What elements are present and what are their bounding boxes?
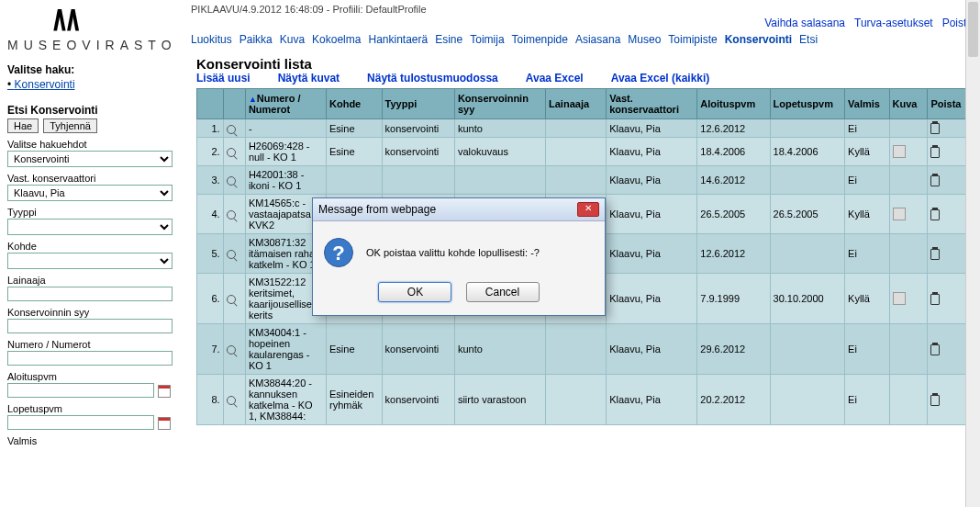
dialog-title: Message from webpage bbox=[318, 203, 436, 216]
dialog-text: OK poistaa valittu kohde lopullisesti: -… bbox=[366, 247, 540, 258]
confirm-dialog: Message from webpage ✕ ? OK poistaa vali… bbox=[312, 197, 606, 316]
ok-button[interactable]: OK bbox=[378, 282, 451, 302]
question-icon: ? bbox=[324, 238, 353, 267]
cancel-button[interactable]: Cancel bbox=[466, 282, 540, 302]
dialog-overlay: Message from webpage ✕ ? OK poistaa vali… bbox=[0, 0, 980, 507]
close-icon[interactable]: ✕ bbox=[577, 202, 599, 217]
